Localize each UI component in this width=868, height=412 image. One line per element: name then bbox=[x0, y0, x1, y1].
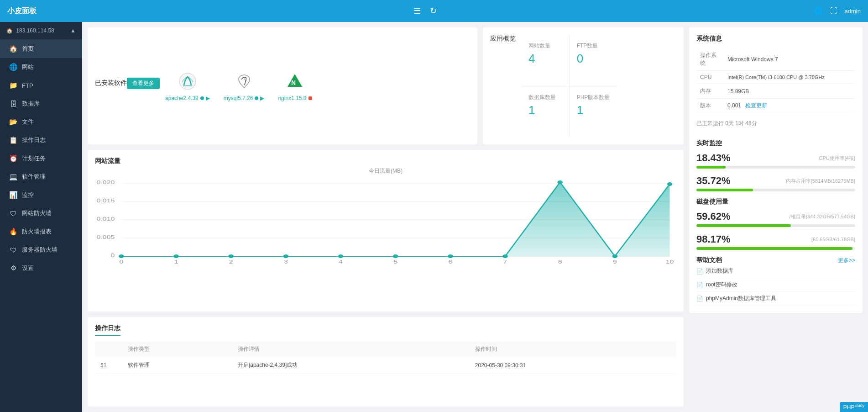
log-table-body: 51 软件管理 开启[apache-2.4.39]成功 2020-05-30 0… bbox=[95, 357, 676, 374]
cpu-label: CPU使用率[4核] bbox=[819, 155, 855, 162]
monitor-icon: 📊 bbox=[9, 191, 17, 199]
sidebar-item-database[interactable]: 🗄 数据库 bbox=[0, 95, 82, 113]
help-item-2[interactable]: 📄 phpMyAdmin数据库管理工具 bbox=[696, 292, 855, 306]
sidebar-item-webfirewall[interactable]: 🛡 网站防火墙 bbox=[0, 204, 82, 222]
system-info-panel: 系统信息 操作系统 Microsoft Windows 7 CPU Intel(… bbox=[689, 27, 863, 313]
ip-address: 🏠 183.160.114.58 bbox=[6, 27, 54, 34]
log-id: 51 bbox=[95, 357, 122, 374]
admin-name: admin bbox=[845, 8, 861, 15]
sidebar-label-files: 文件 bbox=[22, 118, 34, 126]
memory-progress-bar bbox=[696, 189, 855, 191]
home-icon: 🏠 bbox=[9, 45, 17, 53]
sidebar-item-oplogs[interactable]: 📋 操作日志 bbox=[0, 131, 82, 149]
sidebar-label-firewallreport: 防火墙报表 bbox=[22, 227, 52, 236]
disk-root-progress-bar bbox=[696, 224, 855, 227]
help-section: 帮助文档 更多>> 📄 添加数据库 📄 root密码修改 📄 phpMyAdmi… bbox=[696, 256, 855, 306]
refresh-icon[interactable]: ↻ bbox=[430, 6, 437, 16]
disk-item-root: 59.62% /根目录[344.32GB/577.54GB] bbox=[696, 211, 855, 227]
logs-title: 操作日志 bbox=[95, 324, 676, 336]
logs-section: 操作日志 操作类型 操作详情 操作时间 51 软件管理 开启[apache-2.… bbox=[88, 317, 684, 407]
svg-text:N: N bbox=[291, 79, 296, 86]
info-row-memory: 内存 15.89GB bbox=[696, 84, 855, 99]
sidebar-item-home[interactable]: 🏠 首页 bbox=[0, 40, 82, 58]
help-item-1[interactable]: 📄 root密码修改 bbox=[696, 278, 855, 292]
disk-sec-progress-bar bbox=[696, 247, 855, 250]
svg-text:9: 9 bbox=[613, 259, 617, 264]
info-label-version: 版本 bbox=[696, 99, 724, 113]
log-table: 操作类型 操作详情 操作时间 51 软件管理 开启[apache-2.4.39]… bbox=[95, 342, 676, 374]
fullscreen-icon[interactable]: ⛶ bbox=[830, 7, 837, 15]
sidebar-ip: 🏠 183.160.114.58 ▲ bbox=[0, 22, 82, 40]
log-time: 2020-05-30 09:30:31 bbox=[470, 357, 676, 374]
help-title: 帮助文档 bbox=[696, 256, 722, 264]
help-item-label-0: 添加数据库 bbox=[706, 267, 733, 275]
sidebar-label-oplogs: 操作日志 bbox=[22, 136, 46, 144]
log-col-detail: 操作详情 bbox=[232, 342, 470, 357]
help-item-label-1: root密码修改 bbox=[706, 281, 737, 289]
sidebar-label-home: 首页 bbox=[22, 45, 34, 53]
cpu-progress-fill bbox=[696, 166, 726, 169]
help-item-0[interactable]: 📄 添加数据库 bbox=[696, 264, 855, 278]
overview-item-php: PHP版本数量 1 bbox=[570, 86, 617, 137]
check-update-link[interactable]: 检查更新 bbox=[745, 102, 767, 109]
sidebar-item-settings[interactable]: ⚙ 设置 bbox=[0, 259, 82, 277]
traffic-chart: 0.020 0.015 0.010 0.005 0 0 1 bbox=[95, 179, 676, 270]
help-header: 帮助文档 更多>> bbox=[696, 256, 855, 264]
disk-root-progress-fill bbox=[696, 224, 791, 227]
sidebar-item-ftp[interactable]: 📁 FTP bbox=[0, 76, 82, 95]
top-row: 已安装软件 查看更多 bbox=[88, 27, 684, 144]
ftp-icon: 📁 bbox=[9, 81, 17, 90]
sidebar-label-software: 软件管理 bbox=[22, 173, 46, 181]
log-col-type: 操作类型 bbox=[122, 342, 232, 357]
sidebar-item-serverfirewall[interactable]: 🛡 服务器防火墙 bbox=[0, 241, 82, 259]
software-item-mysql: mysql5.7.26 ▶ bbox=[224, 70, 265, 101]
sidebar-item-firewallreport[interactable]: 🔥 防火墙报表 bbox=[0, 222, 82, 241]
svg-text:4: 4 bbox=[339, 259, 343, 264]
mysql-icon bbox=[233, 70, 255, 92]
sidebar-label-ftp: FTP bbox=[22, 82, 33, 89]
collapse-icon[interactable]: ▲ bbox=[70, 27, 76, 34]
svg-text:10: 10 bbox=[666, 259, 674, 264]
sidebar-item-website[interactable]: 🌐 网站 bbox=[0, 58, 82, 76]
installed-header: 已安装软件 查看更多 bbox=[95, 35, 160, 132]
svg-text:6: 6 bbox=[448, 259, 452, 264]
serverfirewall-icon: 🛡 bbox=[9, 246, 17, 254]
mysql-arrow: ▶ bbox=[260, 95, 264, 101]
help-more[interactable]: 更多>> bbox=[838, 257, 855, 264]
info-table: 操作系统 Microsoft Windows 7 CPU Intel(R) Co… bbox=[696, 48, 855, 113]
disk-root-label: /根目录[344.32GB/577.54GB] bbox=[790, 213, 855, 220]
overview-item-databases: 数据库数量 1 bbox=[521, 86, 569, 137]
webfirewall-icon: 🛡 bbox=[9, 210, 17, 217]
sidebar-item-monitor[interactable]: 📊 监控 bbox=[0, 186, 82, 204]
info-label-cpu: CPU bbox=[696, 71, 724, 84]
nginx-status-indicator bbox=[309, 96, 312, 100]
realtime-title: 实时监控 bbox=[696, 139, 855, 148]
software-icon: 💻 bbox=[9, 173, 17, 181]
log-type: 软件管理 bbox=[122, 357, 232, 374]
svg-text:0.005: 0.005 bbox=[97, 234, 115, 240]
svg-point-0 bbox=[179, 73, 196, 90]
info-row-os: 操作系统 Microsoft Windows 7 bbox=[696, 48, 855, 71]
info-label-os: 操作系统 bbox=[696, 48, 724, 71]
oplogs-icon: 📋 bbox=[9, 136, 17, 144]
disk-title: 磁盘使用量 bbox=[696, 198, 855, 206]
system-info-title: 系统信息 bbox=[696, 35, 855, 43]
svg-text:1: 1 bbox=[174, 259, 178, 264]
globe-icon[interactable]: 🌐 bbox=[814, 7, 823, 16]
memory-monitor: 35.72% 内存占用率[5814MB/16275MB] bbox=[696, 175, 855, 191]
menu-icon[interactable]: ☰ bbox=[413, 6, 421, 16]
top-header: 小皮面板 ☰ ↻ 🌐 ⛶ admin bbox=[0, 0, 868, 22]
sidebar-item-tasks[interactable]: ⏰ 计划任务 bbox=[0, 149, 82, 168]
svg-text:2: 2 bbox=[229, 259, 233, 264]
sidebar-item-files[interactable]: 📂 文件 bbox=[0, 113, 82, 131]
main-content: 已安装软件 查看更多 bbox=[82, 22, 868, 412]
apache-status-indicator bbox=[200, 96, 204, 100]
installed-title: 已安装软件 bbox=[95, 79, 127, 87]
doc-icon-0: 📄 bbox=[696, 268, 703, 275]
sidebar-item-software[interactable]: 💻 软件管理 bbox=[0, 168, 82, 186]
app-overview-card: 应用概览 网站数量 4 FTP数量 0 数据库数量 1 PH bbox=[483, 27, 684, 144]
info-row-version: 版本 0.001 检查更新 bbox=[696, 99, 855, 113]
header-center: ☰ ↻ bbox=[413, 6, 437, 16]
disk-sec-label: [60.65GB/61.78GB] bbox=[811, 237, 855, 242]
btn-more[interactable]: 查看更多 bbox=[127, 78, 160, 89]
